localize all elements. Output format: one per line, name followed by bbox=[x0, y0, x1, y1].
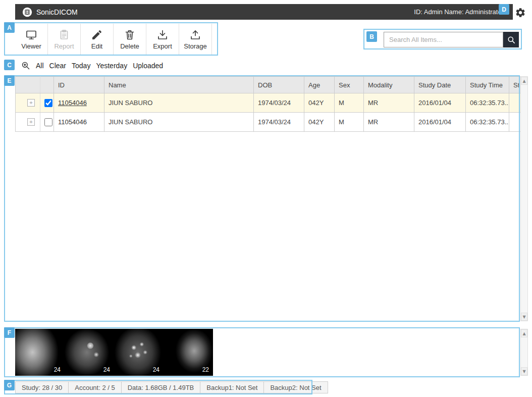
filter-link-clear[interactable]: Clear bbox=[49, 62, 66, 70]
scroll-up-button[interactable]: ▲ bbox=[521, 77, 527, 85]
status-bar: Study: 28 / 30 Account: 2 / 5 Data: 1.68… bbox=[15, 381, 328, 393]
thumbnail-strip: 24 24 24 22 bbox=[15, 329, 213, 376]
column-header-study-date[interactable]: Study Date bbox=[414, 77, 466, 93]
thumbnail-image-count: 24 bbox=[103, 366, 110, 373]
cell-dob: 1974/03/24 bbox=[254, 93, 304, 113]
annotation-badge-f: F bbox=[4, 327, 15, 338]
status-item-study: Study: 28 / 30 bbox=[15, 381, 69, 393]
search-button[interactable] bbox=[503, 32, 519, 47]
trash-icon bbox=[124, 29, 136, 41]
patient-id-link[interactable]: 11054046 bbox=[58, 118, 87, 126]
column-header-checkbox bbox=[40, 77, 54, 93]
column-header-id[interactable]: ID bbox=[54, 77, 104, 93]
table-row: + 11054046 JIUN SABURO 1974/03/24 042Y M… bbox=[16, 93, 521, 113]
annotation-badge-e: E bbox=[4, 75, 15, 86]
cell-sex: M bbox=[335, 113, 364, 132]
filter-bar: All Clear Today Yesterday Uploaded bbox=[21, 60, 163, 71]
cell-status-clipped bbox=[509, 93, 521, 113]
search-input[interactable] bbox=[384, 32, 503, 47]
edit-button[interactable]: Edit bbox=[81, 24, 114, 55]
expand-row-button[interactable]: + bbox=[27, 118, 35, 126]
viewer-button-label: Viewer bbox=[21, 42, 41, 50]
row-checkbox[interactable] bbox=[44, 118, 52, 126]
report-icon bbox=[58, 29, 70, 41]
status-item-backup1: Backup1: Not Set bbox=[200, 381, 264, 393]
table-row: + 11054046 JIUN SABURO 1974/03/24 042Y M… bbox=[16, 113, 521, 132]
cell-name: JIUN SABURO bbox=[104, 113, 254, 132]
table-header-row: ID Name DOB Age Sex Modality Study Date … bbox=[16, 77, 521, 93]
viewer-button[interactable]: Viewer bbox=[15, 24, 48, 55]
series-thumbnail-4[interactable]: 22 bbox=[164, 329, 213, 376]
settings-button[interactable] bbox=[515, 7, 527, 19]
annotation-badge-g: G bbox=[4, 380, 15, 390]
cell-modality: MR bbox=[364, 93, 414, 113]
storage-button-label: Storage bbox=[184, 42, 207, 50]
app-title: SonicDICOM bbox=[36, 8, 78, 16]
report-button-label: Report bbox=[54, 42, 74, 50]
study-table: ID Name DOB Age Sex Modality Study Date … bbox=[15, 76, 521, 132]
delete-button-label: Delete bbox=[120, 42, 139, 50]
status-item-backup2: Backup2: Not Set bbox=[264, 381, 328, 393]
table-scrollbar[interactable]: ▲ ▼ bbox=[520, 76, 528, 321]
user-info: ID: Admin Name: Administrator bbox=[414, 8, 506, 16]
cell-study-date: 2016/01/04 bbox=[414, 93, 466, 113]
thumbnail-image-count: 24 bbox=[153, 366, 159, 373]
row-checkbox[interactable] bbox=[44, 99, 52, 107]
report-button[interactable]: Report bbox=[48, 24, 81, 55]
toolbar: Viewer Report Edit Delete Export bbox=[15, 24, 212, 55]
pencil-icon bbox=[91, 29, 103, 41]
filter-link-all[interactable]: All bbox=[36, 62, 44, 70]
cell-sex: M bbox=[335, 93, 364, 113]
app-logo-film-icon bbox=[22, 7, 32, 17]
app-root: SonicDICOM ID: Admin Name: Administrator… bbox=[0, 0, 532, 397]
storage-button[interactable]: Storage bbox=[179, 24, 212, 55]
scroll-down-button[interactable]: ▼ bbox=[521, 313, 527, 321]
annotation-badge-b: B bbox=[366, 31, 377, 42]
delete-button[interactable]: Delete bbox=[114, 24, 146, 55]
cell-study-date: 2016/01/04 bbox=[414, 113, 466, 132]
cell-modality: MR bbox=[364, 113, 414, 132]
cell-name: JIUN SABURO bbox=[104, 93, 254, 113]
column-header-dob[interactable]: DOB bbox=[254, 77, 304, 93]
gear-icon bbox=[515, 7, 527, 18]
thumbnail-image-count: 22 bbox=[202, 366, 209, 373]
export-button[interactable]: Export bbox=[146, 24, 179, 55]
header-bar: SonicDICOM ID: Admin Name: Administrator bbox=[15, 4, 513, 20]
search-icon bbox=[507, 35, 516, 44]
thumbnail-image-count: 24 bbox=[54, 366, 61, 373]
upload-tray-icon bbox=[189, 29, 201, 41]
cell-study-time: 06:32:35.73... bbox=[466, 93, 509, 113]
cell-study-time: 06:32:35.73... bbox=[466, 113, 509, 132]
thumbnail-scrollbar[interactable]: ▲ ▼ bbox=[520, 329, 528, 376]
status-item-account: Account: 2 / 5 bbox=[69, 381, 122, 393]
annotation-badge-d: D bbox=[499, 4, 509, 15]
filter-link-uploaded[interactable]: Uploaded bbox=[133, 62, 163, 70]
column-header-modality[interactable]: Modality bbox=[364, 77, 414, 93]
column-header-study-time[interactable]: Study Time bbox=[466, 77, 509, 93]
scroll-up-button[interactable]: ▲ bbox=[521, 329, 527, 337]
scroll-down-button[interactable]: ▼ bbox=[521, 367, 527, 375]
export-button-label: Export bbox=[153, 42, 172, 50]
cell-status-clipped bbox=[509, 113, 521, 132]
filter-link-today[interactable]: Today bbox=[72, 62, 90, 70]
annotation-badge-c: C bbox=[4, 60, 15, 70]
column-header-status-clipped[interactable]: St bbox=[509, 77, 521, 93]
column-header-sex[interactable]: Sex bbox=[335, 77, 364, 93]
cell-dob: 1974/03/24 bbox=[254, 113, 304, 132]
edit-button-label: Edit bbox=[91, 42, 102, 50]
series-thumbnail-1[interactable]: 24 bbox=[15, 329, 65, 376]
status-item-data: Data: 1.68GB / 1.49TB bbox=[122, 381, 201, 393]
annotation-badge-a: A bbox=[4, 22, 15, 33]
filter-link-yesterday[interactable]: Yesterday bbox=[96, 62, 127, 70]
cell-age: 042Y bbox=[304, 113, 335, 132]
column-header-name[interactable]: Name bbox=[104, 77, 254, 93]
column-header-age[interactable]: Age bbox=[304, 77, 335, 93]
series-thumbnail-3[interactable]: 24 bbox=[114, 329, 164, 376]
patient-id-link[interactable]: 11054046 bbox=[58, 99, 87, 107]
cell-age: 042Y bbox=[304, 93, 335, 113]
expand-row-button[interactable]: + bbox=[27, 99, 35, 107]
monitor-icon bbox=[25, 29, 37, 41]
series-thumbnail-2[interactable]: 24 bbox=[65, 329, 114, 376]
download-tray-icon bbox=[156, 29, 169, 41]
zoom-in-magnifier-icon bbox=[21, 61, 30, 70]
